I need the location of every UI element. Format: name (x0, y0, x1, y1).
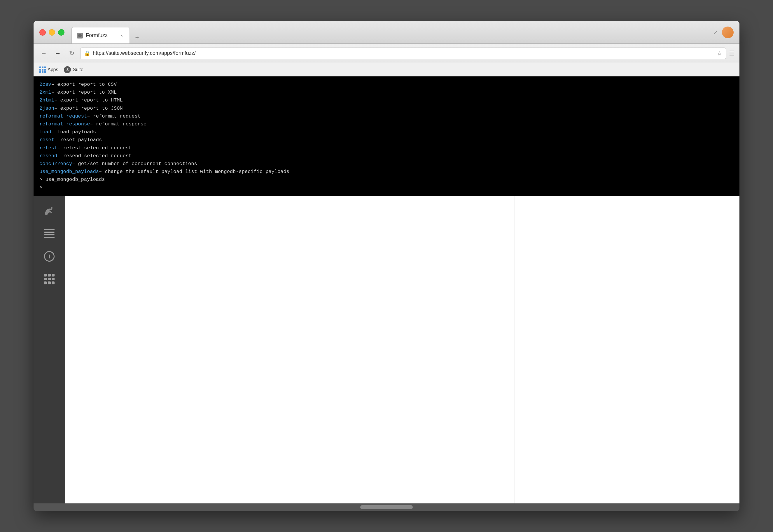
terminal-line-7: load – load payloads (39, 128, 734, 136)
desc-2csv: – export report to CSV (51, 81, 117, 88)
desc-retest: – retest selected request (57, 144, 132, 152)
cmd-2html: 2html (39, 96, 54, 104)
svg-point-0 (78, 34, 82, 37)
cmd-prompt-2: > (39, 183, 42, 191)
desc-reset: – reset payloads (54, 136, 102, 144)
apps-label: Apps (48, 67, 58, 72)
terminal-line-2: 2xml – export report to XML (39, 88, 734, 96)
cmd-reformat-request: reformat_request (39, 112, 87, 120)
desc-load: – load payloads (51, 128, 96, 136)
terminal-line-3: 2html – export report to HTML (39, 96, 734, 104)
terminal-line-10: resend – resend selected request (39, 152, 734, 160)
panel-right (515, 196, 739, 503)
terminal-line-11: concurrency – get/set number of concurre… (39, 160, 734, 168)
cmd-concurrency: concurrency (39, 160, 72, 168)
main-content: 2csv – export report to CSV 2xml – expor… (34, 76, 739, 511)
sidebar-item-bird[interactable] (39, 200, 60, 221)
browser-window: Formfuzz × + ⤢ ← → ↻ 🔒 https://suite.web… (34, 21, 739, 511)
tab-favicon (77, 33, 83, 39)
cmd-use-mongodb: use_mongodb_payloads (39, 168, 99, 176)
desc-concurrency: – get/set number of concurrent connectio… (72, 160, 197, 168)
sidebar-item-list[interactable] (39, 223, 60, 244)
suite-label: Suite (73, 67, 83, 72)
terminal-output: 2csv – export report to CSV 2xml – expor… (34, 76, 739, 196)
desc-2html: – export report to HTML (54, 96, 123, 104)
new-tab-button[interactable]: + (130, 32, 144, 43)
traffic-lights (39, 29, 64, 36)
url-bar[interactable]: 🔒 https://suite.websecurify.com/apps/for… (80, 48, 726, 59)
cmd-2xml: 2xml (39, 88, 51, 96)
tab-close-button[interactable]: × (119, 33, 124, 38)
terminal-line-1: 2csv – export report to CSV (39, 81, 734, 88)
info-icon: i (44, 251, 55, 262)
tab-label: Formfuzz (86, 32, 108, 39)
terminal-line-4: 2json – export report to JSON (39, 104, 734, 112)
title-bar-actions: ⤢ (713, 27, 734, 38)
cmd-load: load (39, 128, 51, 136)
terminal-line-12: use_mongodb_payloads – change the defaul… (39, 168, 734, 176)
terminal-area: 2csv – export report to CSV 2xml – expor… (34, 76, 739, 511)
suite-bookmark[interactable]: S Suite (64, 66, 83, 73)
bottom-panel: i (34, 196, 739, 503)
bookmarks-bar: Apps S Suite (34, 63, 739, 76)
nav-bar: ← → ↻ 🔒 https://suite.websecurify.com/ap… (34, 44, 739, 63)
terminal-prompt-2: > (39, 183, 734, 191)
terminal-line-5: reformat_request – reformat request (39, 112, 734, 120)
sidebar: i (34, 196, 65, 503)
sidebar-item-grid[interactable] (39, 269, 60, 290)
cmd-reset: reset (39, 136, 54, 144)
hamburger-menu-icon[interactable]: ☰ (729, 50, 735, 57)
bookmark-star-icon[interactable]: ☆ (717, 50, 722, 57)
scroll-thumb[interactable] (360, 505, 413, 509)
user-avatar[interactable] (722, 27, 734, 38)
reload-button[interactable]: ↻ (66, 48, 77, 59)
terminal-line-6: reformat_response – reformat response (39, 120, 734, 128)
close-button[interactable] (39, 29, 46, 36)
svg-point-1 (51, 207, 53, 209)
cmd-retest: retest (39, 144, 57, 152)
cmd-resend: resend (39, 152, 57, 160)
maximize-button[interactable] (58, 29, 64, 36)
sidebar-item-info[interactable]: i (39, 246, 60, 267)
desc-2json: – export report to JSON (54, 104, 123, 112)
cmd-reformat-response: reformat_response (39, 120, 90, 128)
desc-reformat-request: – reformat request (87, 112, 141, 120)
ssl-lock-icon: 🔒 (84, 50, 90, 57)
active-tab[interactable]: Formfuzz × (71, 27, 130, 43)
back-button[interactable]: ← (38, 48, 49, 59)
desc-resend: – resend selected request (57, 152, 132, 160)
url-text: https://suite.websecurify.com/apps/formf… (93, 50, 196, 56)
apps-grid-icon (39, 67, 46, 73)
suite-icon: S (64, 66, 71, 73)
cmd-prompt-1: > use_mongodb_payloads (39, 176, 105, 183)
desc-use-mongodb: – change the default payload list with m… (99, 168, 289, 176)
cmd-2csv: 2csv (39, 81, 51, 88)
terminal-prompt-1: > use_mongodb_payloads (39, 176, 734, 183)
bird-icon (43, 204, 56, 217)
title-bar: Formfuzz × + ⤢ (34, 21, 739, 44)
cmd-2json: 2json (39, 104, 54, 112)
panel-left (65, 196, 290, 503)
minimize-button[interactable] (49, 29, 55, 36)
scroll-bar-container (34, 503, 739, 511)
panels-area (65, 196, 739, 503)
grid-icon (44, 274, 55, 284)
terminal-line-9: retest – retest selected request (39, 144, 734, 152)
desc-reformat-response: – reformat response (90, 120, 146, 128)
tabs-area: Formfuzz × + (71, 21, 709, 43)
desc-2xml: – export report to XML (51, 88, 117, 96)
list-icon (44, 228, 55, 239)
panel-center (290, 196, 515, 503)
forward-button[interactable]: → (52, 48, 63, 59)
resize-icon: ⤢ (713, 29, 718, 36)
terminal-line-8: reset – reset payloads (39, 136, 734, 144)
apps-bookmark[interactable]: Apps (39, 67, 58, 73)
